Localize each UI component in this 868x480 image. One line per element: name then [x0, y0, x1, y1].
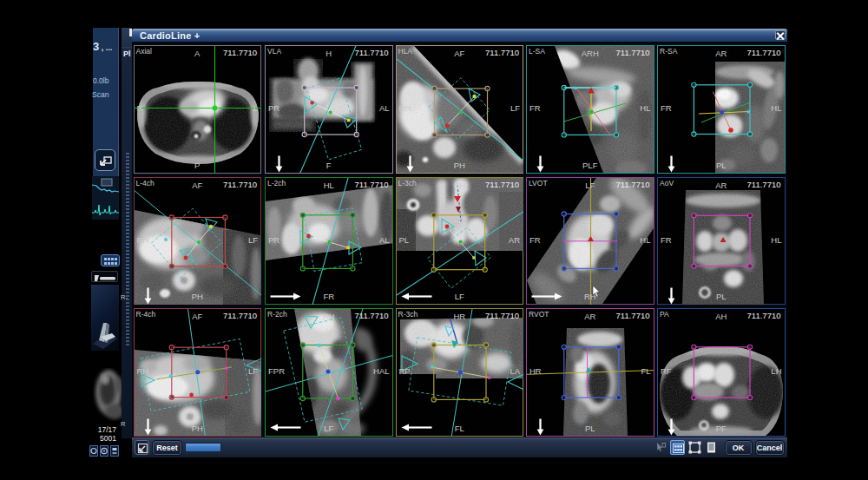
svg-text:x: x — [343, 353, 346, 361]
svg-text:x: x — [739, 99, 742, 107]
